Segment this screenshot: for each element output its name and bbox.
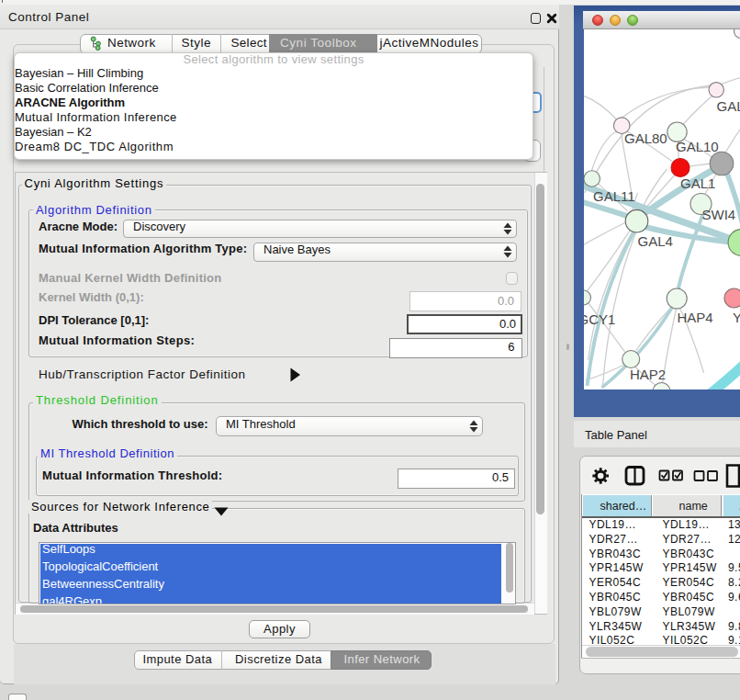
svg-text:HAP2: HAP2: [630, 367, 666, 382]
svg-text:SWI4: SWI4: [701, 207, 735, 222]
svg-text:HAP4: HAP4: [677, 310, 712, 325]
svg-text:GAL4: GAL4: [637, 233, 672, 249]
svg-text:GAL10: GAL10: [676, 139, 719, 154]
svg-text:GAL1: GAL1: [680, 175, 715, 191]
svg-text:YJR: YJR: [733, 310, 740, 325]
svg-text:GCY1: GCY1: [584, 311, 615, 327]
svg-text:GAL80: GAL80: [624, 130, 667, 146]
svg-text:GAL2: GAL2: [716, 98, 740, 114]
svg-text:GAL11: GAL11: [593, 188, 635, 204]
